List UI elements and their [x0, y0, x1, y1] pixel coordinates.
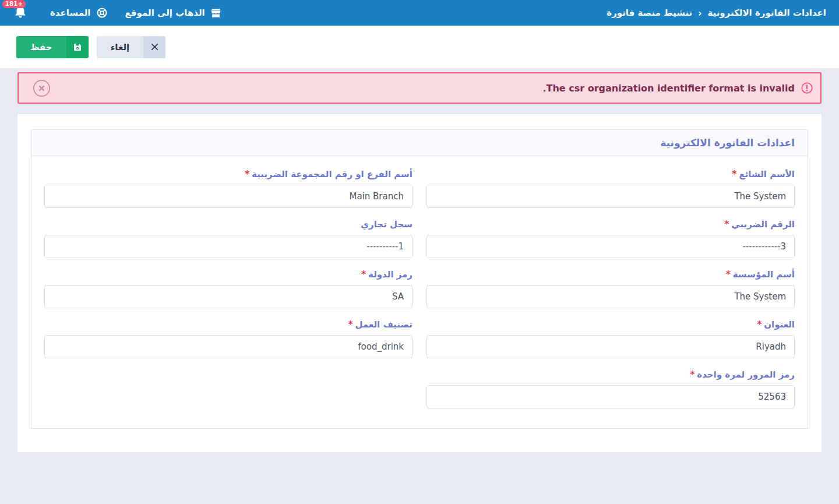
required-asterisk: *: [690, 369, 695, 380]
commercial-register-input[interactable]: [44, 235, 413, 258]
empty-grid-cell: [44, 369, 413, 408]
field-label: أسم الفرع او رقم المجموعة الضريبية*: [44, 169, 413, 179]
notification-count-badge: +181: [2, 0, 26, 8]
notifications-button[interactable]: +181: [13, 4, 28, 22]
close-icon: [143, 36, 165, 58]
country-code-input[interactable]: [44, 285, 413, 308]
required-asterisk: *: [726, 269, 731, 280]
invoice-settings-panel: اعدادات الفاتورة الالكترونية الأسم الشائ…: [31, 129, 808, 429]
field-otp: رمز المرور لمرة واحدة*: [426, 369, 795, 408]
required-asterisk: *: [348, 319, 353, 330]
field-organization-name: أسم المؤسسة*: [426, 269, 795, 308]
form-grid: الأسم الشائع* أسم الفرع او رقم المجموعة …: [44, 169, 795, 408]
breadcrumb-current: تنشيط منصة فاتورة: [607, 8, 692, 18]
field-business-category: تصنيف العمل*: [44, 319, 413, 358]
business-category-input[interactable]: [44, 335, 413, 358]
content-card: اعدادات الفاتورة الالكترونية الأسم الشائ…: [17, 114, 822, 452]
address-input[interactable]: [426, 335, 795, 358]
tax-number-input[interactable]: [426, 235, 795, 258]
field-label: تصنيف العمل*: [44, 319, 413, 330]
alert-warning-icon: [801, 82, 813, 94]
save-button-label: حفظ: [16, 36, 66, 58]
help-link[interactable]: المساعدة: [50, 7, 108, 19]
topbar-actions: الذهاب إلى الموقع المساعدة: [13, 4, 221, 22]
help-label: المساعدة: [50, 8, 91, 18]
save-icon: [66, 36, 89, 58]
required-asterisk: *: [757, 319, 762, 330]
field-branch-name: أسم الفرع او رقم المجموعة الضريبية*: [44, 169, 413, 208]
common-name-input[interactable]: [426, 185, 795, 208]
bell-icon: [13, 10, 28, 22]
field-common-name: الأسم الشائع*: [426, 169, 795, 208]
panel-body: الأسم الشائع* أسم الفرع او رقم المجموعة …: [31, 156, 808, 428]
breadcrumb-parent[interactable]: اعدادات الفاتورة الالكترونية: [707, 8, 826, 18]
topbar: اعدادات الفاتورة الالكترونية ‹ تنشيط منص…: [0, 0, 839, 26]
error-alert: The csr organization identifier format i…: [17, 72, 822, 104]
lifebuoy-icon: [96, 7, 108, 19]
cancel-button-label: إلغاء: [97, 36, 144, 58]
breadcrumb: اعدادات الفاتورة الالكترونية ‹ تنشيط منص…: [607, 8, 826, 19]
field-label: العنوان*: [426, 319, 795, 330]
alert-dismiss-button[interactable]: [33, 79, 51, 97]
cancel-button[interactable]: إلغاء: [97, 36, 166, 58]
field-label: سجل تجاري: [44, 219, 413, 230]
alert-message: The csr organization identifier format i…: [542, 83, 795, 94]
field-label: رمز المرور لمرة واحدة*: [426, 369, 795, 380]
field-label: الرقم الضريبي*: [426, 219, 795, 230]
required-asterisk: *: [245, 169, 249, 179]
field-country-code: رمز الدولة*: [44, 269, 413, 308]
go-to-site-link[interactable]: الذهاب إلى الموقع: [125, 8, 221, 19]
field-address: العنوان*: [426, 319, 795, 358]
breadcrumb-separator-icon: ‹: [698, 8, 701, 19]
storefront-icon: [210, 8, 221, 19]
otp-input[interactable]: [426, 385, 795, 408]
field-label: أسم المؤسسة*: [426, 269, 795, 280]
panel-title: اعدادات الفاتورة الالكترونية: [31, 130, 808, 156]
field-commercial-register: سجل تجاري: [44, 219, 413, 258]
go-to-site-label: الذهاب إلى الموقع: [125, 8, 205, 18]
organization-name-input[interactable]: [426, 285, 795, 308]
toolbar: إلغاء حفظ: [0, 26, 839, 69]
branch-name-input[interactable]: [44, 185, 413, 208]
field-tax-number: الرقم الضريبي*: [426, 219, 795, 258]
field-label: رمز الدولة*: [44, 269, 413, 280]
required-asterisk: *: [361, 269, 366, 280]
required-asterisk: *: [732, 169, 737, 179]
save-button[interactable]: حفظ: [16, 36, 89, 58]
required-asterisk: *: [724, 219, 729, 230]
field-label: الأسم الشائع*: [426, 169, 795, 179]
